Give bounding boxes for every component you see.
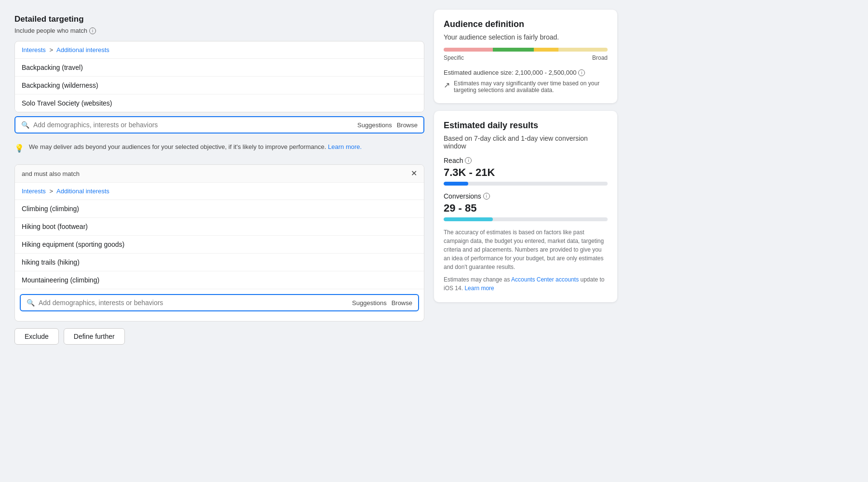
reach-info-icon[interactable]: i [465,157,472,164]
reach-progress-bar [444,182,608,186]
bottom-buttons: Exclude Define further [14,328,424,345]
exclude-button[interactable]: Exclude [14,328,59,345]
tag-item: Backpacking (wilderness) [15,77,424,94]
tag-item: Backpacking (travel) [15,59,424,77]
browse-btn-2[interactable]: Browse [392,299,412,307]
must-match-tag: Climbing (climbing) [15,200,424,218]
must-match-section: and must also match ✕ Interests > Additi… [14,164,424,321]
daily-results-title: Estimated daily results [444,120,608,131]
must-match-tag: Hiking equipment (sporting goods) [15,236,424,254]
right-panel: Audience definition Your audience select… [434,10,617,472]
bottom-breadcrumb-sep: > [49,187,53,195]
search-icon-2: 🔍 [27,299,35,307]
audience-definition-card: Audience definition Your audience select… [434,10,617,103]
top-targeting-box: Interests > Additional interests Backpac… [14,41,424,112]
close-must-match-btn[interactable]: ✕ [411,170,417,177]
accounts-center-link[interactable]: Accounts Center accounts [511,276,579,283]
bottom-interests-link[interactable]: Interests [22,187,46,195]
conversions-value: 29 - 85 [444,202,608,214]
learn-more-link[interactable]: Learn more. [328,143,362,150]
conversions-progress-bar [444,217,608,221]
bottom-additional-link[interactable]: Additional interests [56,187,109,195]
conversions-label: Conversions i [444,192,608,200]
top-breadcrumb-sep: > [49,46,53,54]
ios-learn-more-link[interactable]: Learn more [464,285,494,292]
estimates-note: ↗ Estimates may vary significantly over … [444,80,608,94]
search-actions-2: Suggestions Browse [352,299,412,307]
notice-icon: 💡 [14,144,24,153]
audience-size-info-icon[interactable]: i [578,69,585,76]
must-match-label: and must also match [22,170,80,177]
search-bar-2[interactable]: 🔍 Suggestions Browse [20,294,419,311]
include-info-icon[interactable]: i [89,27,96,34]
daily-results-card: Estimated daily results Based on 7-day c… [434,111,617,302]
search-input-1[interactable] [33,121,353,129]
audience-meter-bar [444,48,608,52]
audience-card-subtitle: Your audience selection is fairly broad. [444,33,608,41]
reach-value: 7.3K - 21K [444,166,608,179]
must-match-header: and must also match ✕ [15,165,424,183]
search-bar-1[interactable]: 🔍 Suggestions Browse [14,116,424,134]
top-additional-link[interactable]: Additional interests [56,46,109,54]
top-breadcrumb: Interests > Additional interests [15,41,424,59]
meter-labels: Specific Broad [444,54,608,61]
must-match-tag: hiking trails (hiking) [15,254,424,271]
search-icon-1: 🔍 [21,121,29,129]
notice-text: We may deliver ads beyond your audiences… [29,143,362,150]
section-title: Detailed targeting [14,14,424,24]
audience-size-row: Estimated audience size: 2,100,000 - 2,5… [444,69,608,76]
bottom-breadcrumb: Interests > Additional interests [15,183,424,200]
ios-note: Estimates may change as Accounts Center … [444,275,608,293]
conversions-info-icon[interactable]: i [483,193,490,200]
include-label: Include people who match i [14,27,424,34]
reach-progress-fill [444,182,468,186]
audience-size-text: Estimated audience size: 2,100,000 - 2,5… [444,69,576,76]
notice: 💡 We may deliver ads beyond your audienc… [14,138,424,158]
daily-results-subtitle: Based on 7-day click and 1-day view conv… [444,134,608,150]
conversions-progress-fill [444,217,493,221]
must-match-tag: Mountaineering (climbing) [15,271,424,289]
left-panel: Detailed targeting Include people who ma… [14,10,424,472]
search-input-2[interactable] [39,299,348,307]
estimates-icon: ↗ [444,80,450,90]
meter-broad-label: Broad [592,54,608,61]
meter-specific-label: Specific [444,54,464,61]
top-interests-link[interactable]: Interests [22,46,46,54]
audience-card-title: Audience definition [444,19,608,29]
tag-item: Solo Travel Society (websites) [15,94,424,112]
define-further-button[interactable]: Define further [64,328,125,345]
reach-label: Reach i [444,157,608,164]
estimates-note-text: Estimates may vary significantly over ti… [454,80,608,94]
must-match-tag: Hiking boot (footwear) [15,218,424,236]
accuracy-note: The accuracy of estimates is based on fa… [444,228,608,271]
search-actions-1: Suggestions Browse [357,121,418,129]
suggestions-btn-1[interactable]: Suggestions [357,121,392,129]
browse-btn-1[interactable]: Browse [397,121,418,129]
suggestions-btn-2[interactable]: Suggestions [352,299,387,307]
